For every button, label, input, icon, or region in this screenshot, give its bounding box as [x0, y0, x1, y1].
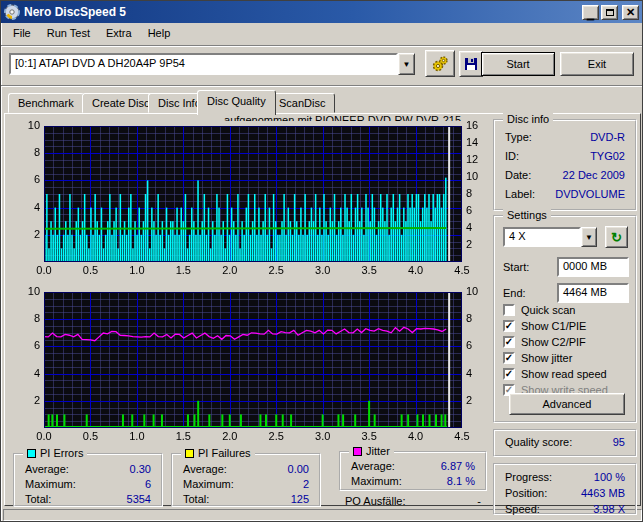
jitter-pif-chart [11, 287, 481, 445]
checkbox-box[interactable]: ✓ [503, 336, 515, 348]
pi-failures-label: Average: [183, 463, 227, 475]
jitter-value: 8.1 % [447, 475, 475, 487]
pi-failures-value: 2 [303, 478, 309, 490]
checkbox-box[interactable]: ✓ [503, 368, 515, 380]
checkbox-label: Show C1/PIE [521, 320, 586, 332]
menu-item-help[interactable]: Help [140, 25, 179, 41]
progress-label: Position: [505, 487, 547, 499]
tab-scandisc[interactable]: ScanDisc [269, 93, 335, 113]
speed-select-value: 4 X [503, 227, 581, 247]
disc-info-label: ID: [505, 150, 519, 162]
progress-row: Speed:3.98 X [505, 503, 625, 515]
pi-errors-row: Total:5354 [25, 493, 151, 505]
jitter-group: Jitter Average:6.87 %Maximum:8.1 % [339, 451, 487, 491]
pi-errors-row: Maximum:6 [25, 478, 151, 490]
speed-select[interactable]: 4 X ▼ [503, 227, 597, 247]
separator [1, 45, 642, 47]
advanced-button[interactable]: Advanced [509, 393, 625, 415]
floppy-icon [464, 57, 478, 71]
options-button[interactable] [425, 50, 455, 77]
start-button-label: Start [506, 58, 529, 70]
quality-score-value: 95 [613, 436, 625, 448]
refresh-button[interactable]: ↻ [605, 226, 628, 248]
disc-info-value: DVD-R [590, 131, 625, 143]
app-icon [4, 4, 20, 20]
tab-disc-quality[interactable]: Disc Quality [197, 90, 276, 115]
checkbox-quick-scan[interactable]: Quick scan [503, 303, 575, 317]
jitter-legend: Jitter [349, 445, 394, 458]
pi-errors-label: Total: [25, 493, 51, 505]
end-mb-value: 4464 MB [563, 286, 607, 298]
exit-button-label: Exit [588, 58, 606, 70]
disc-info-title: Disc info [503, 113, 553, 126]
progress-label: Progress: [505, 471, 552, 483]
pi-failures-legend: PI Failures [181, 447, 255, 460]
checkbox-show-read-speed[interactable]: ✓Show read speed [503, 367, 607, 381]
quality-score-group: Quality score: 95 [493, 429, 637, 457]
save-button[interactable] [459, 51, 483, 77]
po-failures-row: PO Ausfälle: - [345, 495, 481, 507]
jitter-value: 6.87 % [441, 460, 475, 472]
tab-benchmark[interactable]: Benchmark [8, 93, 84, 113]
jitter-label: Average: [351, 460, 395, 472]
progress-row: Progress:100 % [505, 471, 625, 483]
disc-info-group: Disc info Type:DVD-RID:TYG02Date:22 Dec … [493, 119, 637, 211]
menu-item-run-test[interactable]: Run Test [39, 25, 98, 41]
minimize-icon: ▁ [587, 11, 594, 20]
maximize-button[interactable] [601, 5, 618, 20]
end-mb-input[interactable]: 4464 MB [557, 283, 629, 303]
minimize-button[interactable]: ▁ [582, 5, 599, 20]
settings-group: Settings 4 X ▼ ↻ Start: 0000 MB End: 446… [493, 215, 637, 423]
progress-group: Progress:100 %Position:4463 MBSpeed:3.98… [493, 463, 637, 515]
chevron-down-icon[interactable]: ▼ [398, 53, 415, 75]
disc-info-value: 22 Dec 2009 [563, 169, 625, 181]
menu-item-file[interactable]: File [5, 25, 39, 41]
progress-value: 4463 MB [581, 487, 625, 499]
disc-info-label: Date: [505, 169, 531, 181]
pi-errors-value: 0.30 [130, 463, 151, 475]
disc-info-row: Label:DVDVOLUME [505, 188, 625, 200]
checkbox-show-c1-pie[interactable]: ✓Show C1/PIE [503, 319, 586, 333]
gears-icon [431, 55, 449, 73]
pi-errors-label: Average: [25, 463, 69, 475]
window-title: Nero DiscSpeed 5 [24, 5, 580, 19]
jitter-row: Average:6.87 % [351, 460, 475, 472]
menu-item-extra[interactable]: Extra [98, 25, 140, 41]
chevron-down-icon[interactable]: ▼ [581, 227, 597, 247]
title-bar: Nero DiscSpeed 5 ▁ ✕ [1, 1, 642, 23]
end-mb-label: End: [503, 287, 526, 299]
disc-info-value: DVDVOLUME [555, 188, 625, 200]
pi-failures-label: Total: [183, 493, 209, 505]
pi-failures-group: PI Failures Average:0.00Maximum:2Total:1… [171, 453, 321, 507]
pi-failures-row: Average:0.00 [183, 463, 309, 475]
po-failures-label: PO Ausfälle: [345, 495, 406, 507]
settings-title: Settings [503, 209, 551, 222]
checkbox-show-c2-pif[interactable]: ✓Show C2/PIF [503, 335, 586, 349]
pi-failures-value: 0.00 [288, 463, 309, 475]
checkbox-box[interactable] [503, 304, 515, 316]
start-button[interactable]: Start [481, 52, 555, 76]
checkbox-label: Show C2/PIF [521, 336, 586, 348]
advanced-button-label: Advanced [543, 398, 592, 410]
drive-selector-value: [0:1] ATAPI DVD A DH20A4P 9P54 [9, 53, 398, 75]
close-button[interactable]: ✕ [622, 5, 639, 20]
app-window: Nero DiscSpeed 5 ▁ ✕ FileRun TestExtraHe… [0, 0, 643, 522]
checkbox-box[interactable]: ✓ [503, 352, 515, 364]
jitter-label: Maximum: [351, 475, 402, 487]
disc-info-label: Type: [505, 131, 532, 143]
exit-button[interactable]: Exit [560, 52, 634, 76]
pi-errors-legend: PI Errors [23, 447, 87, 460]
checkbox-box[interactable]: ✓ [503, 320, 515, 332]
checkbox-show-jitter[interactable]: ✓Show jitter [503, 351, 572, 365]
pi-errors-group: PI Errors Average:0.30Maximum:6Total:535… [13, 453, 163, 507]
progress-label: Speed: [505, 503, 540, 515]
close-icon: ✕ [626, 7, 635, 18]
drive-selector[interactable]: [0:1] ATAPI DVD A DH20A4P 9P54 ▼ [9, 53, 415, 75]
progress-row: Position:4463 MB [505, 487, 625, 499]
pi-failures-color-swatch [185, 449, 194, 458]
pi-failures-label: Maximum: [183, 478, 234, 490]
pi-errors-label: Maximum: [25, 478, 76, 490]
pi-failures-row: Maximum:2 [183, 478, 309, 490]
disc-info-row: ID:TYG02 [505, 150, 625, 162]
start-mb-input[interactable]: 0000 MB [557, 257, 629, 277]
